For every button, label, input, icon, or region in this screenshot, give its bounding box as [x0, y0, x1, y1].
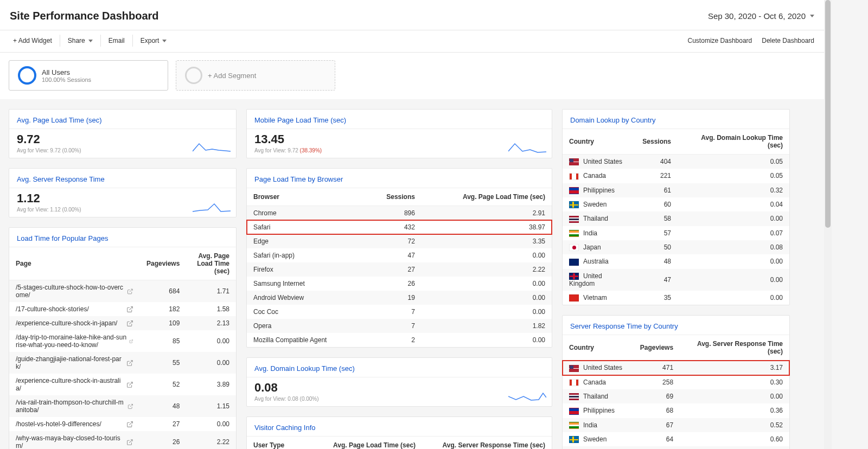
col-server-time[interactable]: Avg. Server Response Time (sec) — [680, 335, 789, 361]
table-row[interactable]: Chrome8962.91 — [247, 206, 552, 221]
export-button[interactable]: Export — [133, 35, 175, 47]
table-row[interactable]: Safari43238.97 — [247, 220, 552, 234]
table-row[interactable]: India670.52 — [563, 418, 789, 432]
cell-dns: 0.00 — [678, 254, 789, 268]
col-page[interactable]: Page — [9, 247, 140, 280]
col-country[interactable]: Country — [563, 335, 634, 361]
card-title[interactable]: Domain Lookup by Country — [563, 110, 789, 129]
col-dns-time[interactable]: Avg. Domain Lookup Time (sec) — [678, 129, 789, 155]
cell-page: /day-trip-to-moraine-lake-hike-and-sunri… — [9, 330, 140, 352]
add-segment-label: + Add Segment — [208, 72, 256, 80]
table-row[interactable]: Sweden600.04 — [563, 197, 789, 211]
svg-line-0 — [130, 289, 132, 292]
table-row[interactable]: Thailand690.00 — [563, 389, 789, 403]
cell-browser: Opera — [247, 319, 365, 333]
table-row[interactable]: /guide-zhangjiajie-national-forest-park/… — [9, 352, 236, 374]
table-row[interactable]: /day-trip-to-moraine-lake-hike-and-sunri… — [9, 330, 236, 352]
col-browser[interactable]: Browser — [247, 188, 365, 206]
table-row[interactable]: Japan500.08 — [563, 240, 789, 254]
table-row[interactable]: United States4713.17 — [563, 361, 789, 375]
table-row[interactable]: Mozilla Compatible Agent20.00 — [247, 333, 552, 347]
col-sessions[interactable]: Sessions — [365, 188, 422, 206]
table-row[interactable]: Edge723.35 — [247, 234, 552, 248]
card-title[interactable]: Avg. Domain Lookup Time (sec) — [247, 358, 552, 377]
add-segment-button[interactable]: + Add Segment — [176, 60, 335, 91]
table-row[interactable]: Sweden640.60 — [563, 432, 789, 446]
table-row[interactable]: /17-culture-shock-stories/1821.58 — [9, 302, 236, 316]
cell-dns: 0.08 — [678, 240, 789, 254]
col-user-type[interactable]: User Type — [247, 437, 315, 449]
col-pageviews[interactable]: Pageviews — [140, 247, 186, 280]
share-button[interactable]: Share — [60, 35, 101, 47]
col-load-time[interactable]: Avg. Page Load Time (sec) — [186, 247, 236, 280]
cell-sess: 58 — [636, 211, 678, 226]
table-row[interactable]: Philippines680.36 — [563, 403, 789, 418]
cell-browser: Coc Coc — [247, 305, 365, 319]
table-row[interactable]: United Kingdom470.00 — [563, 269, 789, 291]
cell-load: 1.58 — [186, 302, 236, 316]
sparkline-chart — [508, 142, 546, 155]
table-row[interactable]: Australia480.00 — [563, 254, 789, 268]
card-title[interactable]: Page Load Time by Browser — [247, 169, 552, 188]
external-link-icon — [126, 421, 133, 428]
card-title[interactable]: Load Time for Popular Pages — [9, 228, 236, 247]
customize-dashboard-link[interactable]: Customize Dashboard — [688, 37, 752, 44]
vertical-scrollbar[interactable] — [824, 0, 832, 449]
email-button[interactable]: Email — [101, 35, 133, 47]
table-row[interactable]: Coc Coc70.00 — [247, 305, 552, 319]
table-row[interactable]: United States4040.05 — [563, 155, 789, 169]
col-pageviews[interactable]: Pageviews — [634, 335, 680, 361]
cell-sess: 57 — [636, 226, 678, 240]
table-row[interactable]: Philippines610.32 — [563, 183, 789, 197]
srv-country-table: Country Pageviews Avg. Server Response T… — [563, 335, 789, 449]
card-title[interactable]: Server Response Time by Country — [563, 316, 789, 335]
cell-sess: 221 — [636, 169, 678, 183]
cell-country: Australia — [563, 446, 634, 449]
scrollbar-thumb[interactable] — [825, 0, 831, 228]
table-row[interactable]: Opera71.82 — [247, 319, 552, 333]
cell-srv: 0.00 — [680, 389, 789, 403]
table-row[interactable]: /why-was-maya-bay-closed-to-tourism/262.… — [9, 431, 236, 449]
card-avg-page-load: Avg. Page Load Time (sec) 9.72 Avg for V… — [9, 109, 237, 158]
card-title[interactable]: Avg. Server Response Time — [9, 169, 236, 188]
table-row[interactable]: Android Webview190.00 — [247, 291, 552, 305]
col-sessions[interactable]: Sessions — [636, 129, 678, 155]
segment-all-users[interactable]: All Users 100.00% Sessions — [9, 60, 168, 91]
table-row[interactable]: Vietnam350.00 — [563, 291, 789, 305]
table-row[interactable]: Safari (in-app)470.00 — [247, 248, 552, 262]
table-row[interactable]: Samsung Internet260.00 — [247, 277, 552, 291]
caching-table: User Type Avg. Page Load Time (sec) Avg.… — [247, 437, 552, 449]
svg-line-8 — [130, 439, 133, 442]
table-row[interactable]: /hostel-vs-hotel-9-differences/270.00 — [9, 417, 236, 431]
cell-country: Canada — [563, 375, 634, 389]
col-load-time[interactable]: Avg. Page Load Time (sec) — [315, 437, 422, 449]
table-row[interactable]: Firefox272.22 — [247, 262, 552, 277]
table-row[interactable]: Thailand580.00 — [563, 211, 789, 226]
table-row[interactable]: Australia590.80 — [563, 446, 789, 449]
table-row[interactable]: Canada2210.05 — [563, 169, 789, 183]
cell-sessions: 7 — [365, 319, 422, 333]
col-load-time[interactable]: Avg. Page Load Time (sec) — [422, 188, 552, 206]
cell-pv: 59 — [634, 446, 680, 449]
table-row[interactable]: /5-stages-culture-shock-how-to-overcome/… — [9, 280, 236, 303]
cell-browser: Firefox — [247, 262, 365, 277]
col-server-time[interactable]: Avg. Server Response Time (sec) — [422, 437, 552, 449]
table-row[interactable]: India570.07 — [563, 226, 789, 240]
card-title[interactable]: Visitor Caching Info — [247, 417, 552, 437]
table-row[interactable]: /via-rail-train-thompson-to-churchill-ma… — [9, 395, 236, 417]
col-country[interactable]: Country — [563, 129, 636, 155]
add-widget-button[interactable]: + Add Widget — [5, 35, 60, 47]
card-title[interactable]: Mobile Page Load Time (sec) — [247, 110, 552, 129]
date-range-picker[interactable]: Sep 30, 2020 - Oct 6, 2020 — [708, 11, 814, 21]
table-row[interactable]: Canada2580.30 — [563, 375, 789, 389]
svg-line-5 — [130, 382, 133, 385]
cell-browser: Chrome — [247, 206, 365, 221]
page-title: Site Performance Dashboard — [10, 10, 159, 22]
cell-browser: Safari (in-app) — [247, 248, 365, 262]
card-title[interactable]: Avg. Page Load Time (sec) — [9, 110, 236, 129]
cell-pageviews: 26 — [140, 431, 186, 449]
cell-srv: 0.60 — [680, 432, 789, 446]
table-row[interactable]: /experience-culture-shock-in-australia/5… — [9, 374, 236, 395]
table-row[interactable]: /experience-culture-shock-in-japan/1092.… — [9, 316, 236, 330]
delete-dashboard-link[interactable]: Delete Dashboard — [762, 37, 814, 44]
